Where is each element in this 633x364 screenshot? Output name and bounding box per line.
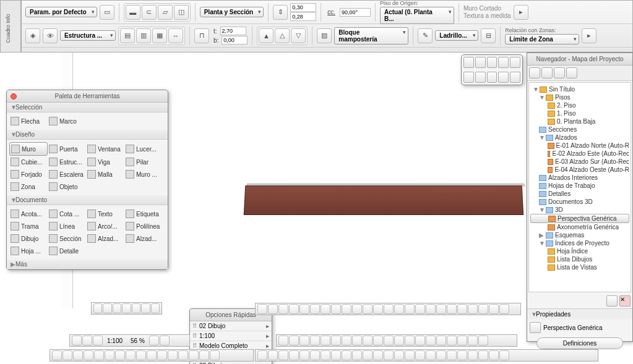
bt4-btn-5[interactable]: [105, 350, 114, 360]
b-input[interactable]: [222, 36, 248, 44]
section-design[interactable]: Diseño: [15, 131, 35, 138]
bt1-btn-6[interactable]: [321, 304, 330, 314]
bt3-btn-19[interactable]: [457, 350, 467, 360]
tree-listadib[interactable]: Lista Dibujos: [557, 256, 592, 263]
properties-label[interactable]: Propiedades: [536, 311, 571, 318]
geom-btn-3[interactable]: ▱: [158, 5, 173, 20]
bt3-btn-13[interactable]: [394, 350, 404, 360]
plan-section-button[interactable]: Planta y Sección: [200, 7, 264, 17]
mini-btn-7[interactable]: [475, 72, 486, 83]
tree-piso0[interactable]: 0. Planta Baja: [557, 118, 595, 125]
bt2-btn-14[interactable]: [426, 336, 436, 345]
tree-hojaidx[interactable]: Hoja Índice: [557, 248, 588, 255]
bt1-btn-14[interactable]: [405, 304, 415, 314]
bt2-btn-11[interactable]: [394, 336, 404, 345]
bt4-btn-15[interactable]: [210, 350, 220, 360]
bt4-btn-12[interactable]: [178, 350, 188, 360]
bt1-btn-20[interactable]: [468, 304, 478, 314]
wall-profile-icon[interactable]: ⊓: [194, 28, 209, 43]
tool-detalle[interactable]: Detalle: [48, 245, 86, 257]
angle-input[interactable]: [340, 8, 371, 17]
wall-tool-icon[interactable]: ▭: [100, 5, 114, 20]
tool-lnea[interactable]: Línea: [48, 220, 86, 232]
bt3-btn-4[interactable]: [299, 350, 309, 360]
bt3-btn-8[interactable]: [342, 350, 351, 360]
pen-icon[interactable]: ✎: [418, 28, 433, 43]
bt3-btn-6[interactable]: [321, 350, 330, 360]
drag-handle-icon[interactable]: ⠿: [192, 332, 197, 339]
bt5-btn-5[interactable]: [141, 303, 150, 313]
sb-btn4[interactable]: [149, 336, 159, 345]
section-more[interactable]: Más: [15, 261, 27, 268]
tool-muro[interactable]: Muro ...: [124, 168, 163, 180]
bt3-btn-1[interactable]: [268, 350, 278, 360]
tool-alzad[interactable]: Alzad...: [124, 232, 163, 245]
mini-btn-4[interactable]: [498, 57, 509, 68]
bt1-btn-15[interactable]: [415, 304, 425, 314]
bt4-btn-1[interactable]: [62, 350, 72, 360]
bt5-btn-4[interactable]: [132, 303, 140, 313]
tool-objeto[interactable]: Objeto: [48, 180, 86, 193]
eye-icon[interactable]: 👁: [43, 28, 58, 43]
bt1-btn-3[interactable]: [289, 304, 299, 314]
tree-secciones[interactable]: Secciones: [548, 126, 577, 133]
scale-value[interactable]: 1:100: [103, 337, 126, 344]
geom-btn-1[interactable]: ▬: [126, 5, 140, 20]
mini-btn-5[interactable]: [510, 57, 520, 68]
bt2-btn-17[interactable]: [457, 336, 467, 345]
bt1-btn-4[interactable]: [299, 304, 309, 314]
tool-cubie[interactable]: Cubie...: [9, 156, 48, 168]
bt3-btn-20[interactable]: [468, 350, 478, 360]
bt2-btn-5[interactable]: [331, 336, 341, 345]
close-icon[interactable]: [11, 93, 17, 99]
bt3-btn-7[interactable]: [331, 350, 341, 360]
bt3-btn-3[interactable]: [289, 350, 299, 360]
bt5-btn-3[interactable]: [122, 303, 131, 313]
tool-lucer[interactable]: Lucer...: [124, 142, 163, 156]
height-1-input[interactable]: [290, 3, 316, 12]
bt4-btn-4[interactable]: [94, 350, 104, 360]
sb-btn1[interactable]: [72, 336, 82, 345]
layer-icon[interactable]: ◈: [25, 28, 40, 43]
bt1-btn-22[interactable]: [489, 304, 499, 314]
tree-docs3d[interactable]: Documentos 3D: [548, 198, 593, 205]
link-icon[interactable]: ⊟: [481, 28, 496, 43]
bt1-btn-11[interactable]: [373, 304, 383, 314]
tool-texto[interactable]: Texto: [86, 208, 124, 220]
bt1-btn-21[interactable]: [478, 304, 488, 314]
bt1-btn-13[interactable]: [394, 304, 404, 314]
tree-alzados[interactable]: Alzados: [555, 134, 577, 141]
bt3-btn-2[interactable]: [278, 350, 288, 360]
bt2-btn-7[interactable]: [352, 336, 362, 345]
tree-pisos[interactable]: Pisos: [555, 94, 570, 101]
sb-btn2[interactable]: [82, 336, 92, 345]
bt4-btn-3[interactable]: [84, 350, 93, 360]
tool-trama[interactable]: Trama: [9, 220, 48, 232]
project-tree[interactable]: ▼Sin Título ▼Pisos 2. Piso 1. Piso 0. Pl…: [528, 82, 631, 292]
tool-alzad[interactable]: Alzad...: [86, 232, 124, 245]
definitions-button[interactable]: Definiciones: [536, 337, 623, 349]
bt2-btn-2[interactable]: [299, 336, 309, 345]
sb-btn5[interactable]: [160, 336, 170, 345]
drag-handle-icon[interactable]: ⠿: [192, 342, 197, 349]
bt5-btn-2[interactable]: [113, 303, 121, 313]
tool-polilnea[interactable]: Polilínea: [124, 220, 163, 232]
quickopt-row-1[interactable]: ⠿1:100▸: [190, 331, 272, 341]
bt2-btn-0[interactable]: [278, 336, 288, 345]
bt4-btn-7[interactable]: [126, 350, 136, 360]
bt2-btn-12[interactable]: [405, 336, 415, 345]
param-default-button[interactable]: Param. por Defecto: [25, 7, 97, 17]
bt1-btn-8[interactable]: [342, 304, 351, 314]
nav-tab-3[interactable]: [554, 67, 565, 78]
tool-estruc[interactable]: Estruc...: [48, 156, 86, 168]
bt2-btn-16[interactable]: [447, 336, 457, 345]
tree-axo[interactable]: Axonometría Genérica: [557, 224, 619, 231]
bt5-btn-1[interactable]: [103, 303, 111, 313]
bt2-btn-6[interactable]: [342, 336, 351, 345]
tool-dibujo[interactable]: Dibujo: [9, 232, 48, 245]
zoom-value[interactable]: 56 %: [127, 337, 149, 344]
bt2-btn-1[interactable]: [289, 336, 299, 345]
bt1-btn-2[interactable]: [278, 304, 288, 314]
bt3-btn-15[interactable]: [415, 350, 425, 360]
material-select[interactable]: Bloque mampostería: [334, 27, 408, 44]
